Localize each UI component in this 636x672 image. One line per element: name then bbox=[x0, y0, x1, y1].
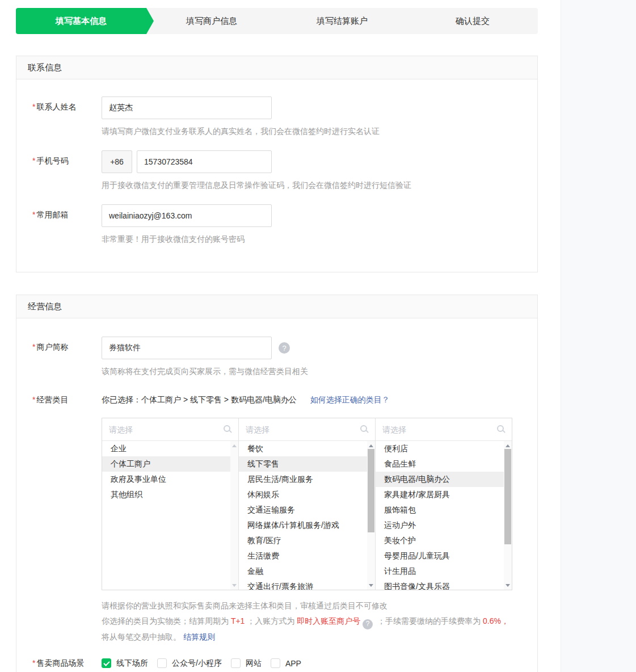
scroll-down-icon[interactable] bbox=[367, 581, 375, 589]
category-option[interactable]: 计生用品 bbox=[376, 564, 504, 579]
step-4[interactable]: 确认提交 bbox=[407, 8, 538, 34]
category-option[interactable]: 家具建材/家居厨具 bbox=[376, 487, 504, 502]
email-hint: 非常重要！用于接收微信支付的账号密码 bbox=[102, 234, 272, 245]
category-search-box bbox=[376, 418, 512, 441]
settlement-rules-link[interactable]: 结算规则 bbox=[183, 632, 215, 641]
question-mark-icon[interactable]: ? bbox=[279, 342, 290, 354]
scrollbar[interactable] bbox=[504, 441, 512, 590]
required-asterisk: * bbox=[32, 156, 35, 165]
category-help-link[interactable]: 如何选择正确的类目？ bbox=[310, 395, 390, 404]
category-option[interactable]: 母婴用品/儿童玩具 bbox=[376, 548, 504, 564]
scroll-up-icon[interactable] bbox=[367, 442, 375, 450]
category-label: *经营类目 bbox=[32, 395, 102, 645]
category-option[interactable]: 网络媒体/计算机服务/游戏 bbox=[239, 518, 367, 533]
scrollbar-thumb[interactable] bbox=[504, 449, 511, 544]
category-option[interactable]: 线下零售 bbox=[239, 456, 367, 472]
required-asterisk: * bbox=[32, 210, 35, 219]
step-3[interactable]: 填写结算账户 bbox=[277, 8, 407, 34]
category-option[interactable]: 交通出行/票务旅游 bbox=[239, 579, 367, 590]
checkbox-icon[interactable] bbox=[157, 658, 167, 668]
fee-rate-value: 0.6%， bbox=[483, 616, 509, 625]
category-option[interactable]: 数码电器/电脑办公 bbox=[376, 472, 504, 487]
section-title-business: 经营信息 bbox=[16, 295, 537, 318]
question-mark-icon[interactable]: ? bbox=[363, 619, 373, 629]
merchant-apply-form: 填写基本信息填写商户信息填写结算账户确认提交 联系信息 *联系人姓名 请填写商户… bbox=[16, 8, 538, 672]
search-icon bbox=[360, 425, 367, 432]
required-asterisk: * bbox=[32, 102, 35, 111]
category-column-2: 餐饮线下零售居民生活/商业服务休闲娱乐交通运输服务网络媒体/计算机服务/游戏教育… bbox=[239, 418, 376, 590]
sale-scene-options: 线下场所公众号/小程序网站APP bbox=[102, 658, 310, 669]
shortname-input[interactable] bbox=[102, 337, 272, 359]
category-option[interactable]: 政府及事业单位 bbox=[102, 472, 230, 487]
category-column-1: 企业个体工商户政府及事业单位其他组织 bbox=[102, 418, 239, 590]
category-option[interactable]: 服饰箱包 bbox=[376, 502, 504, 518]
search-icon bbox=[224, 425, 230, 432]
category-option[interactable]: 金融 bbox=[239, 564, 367, 579]
scrollbar[interactable] bbox=[367, 441, 375, 590]
scroll-down-icon[interactable] bbox=[230, 581, 238, 589]
scene-option[interactable]: APP bbox=[271, 658, 301, 668]
category-option[interactable]: 企业 bbox=[102, 441, 230, 456]
merchant-shortname-row: *商户简称 ? 该简称将在支付完成页向买家展示，需与微信经营类目相关 bbox=[32, 337, 537, 377]
phone-input[interactable] bbox=[137, 150, 272, 173]
scene-option[interactable]: 网站 bbox=[231, 658, 262, 669]
scene-option-label: 网站 bbox=[246, 658, 262, 669]
category-column-3: 便利店食品生鲜数码电器/电脑办公家具建材/家居厨具服饰箱包运动户外美妆个护母婴用… bbox=[376, 418, 512, 590]
page-gutter bbox=[561, 0, 636, 672]
scene-option[interactable]: 线下场所 bbox=[102, 658, 148, 669]
shortname-hint: 该简称将在支付完成页向买家展示，需与微信经营类目相关 bbox=[102, 367, 308, 377]
category-option-list: 便利店食品生鲜数码电器/电脑办公家具建材/家居厨具服饰箱包运动户外美妆个护母婴用… bbox=[376, 441, 512, 590]
phone-country-code[interactable]: +86 bbox=[102, 150, 132, 173]
category-search-input[interactable] bbox=[239, 425, 375, 434]
category-option-list: 企业个体工商户政府及事业单位其他组织 bbox=[102, 441, 238, 590]
category-option[interactable]: 食品生鲜 bbox=[376, 456, 504, 472]
section-title-contact: 联系信息 bbox=[16, 56, 537, 79]
step-2[interactable]: 填写商户信息 bbox=[146, 8, 277, 34]
email-input[interactable] bbox=[102, 204, 272, 227]
category-search-box bbox=[102, 418, 238, 441]
scene-option[interactable]: 公众号/小程序 bbox=[157, 658, 222, 669]
category-option[interactable]: 教育/医疗 bbox=[239, 533, 367, 548]
category-search-box bbox=[239, 418, 375, 441]
category-selected-path: 你已选择：个体工商户 > 线下零售 > 数码电器/电脑办公 如何选择正确的类目？ bbox=[102, 395, 533, 405]
phone-hint: 用于接收微信支付的重要管理信息及日常操作验证码，我们会在微信签约时进行短信验证 bbox=[102, 180, 411, 191]
category-option[interactable]: 个体工商户 bbox=[102, 456, 230, 472]
required-asterisk: * bbox=[32, 658, 35, 667]
category-option[interactable]: 美妆个护 bbox=[376, 533, 504, 548]
category-option[interactable]: 运动户外 bbox=[376, 518, 504, 533]
category-option[interactable]: 生活缴费 bbox=[239, 548, 367, 564]
category-note-1: 请根据你的营业执照和实际售卖商品来选择主体和类目，审核通过后类目不可修改 bbox=[102, 598, 533, 614]
contact-name-label: *联系人姓名 bbox=[32, 96, 102, 137]
scrollbar[interactable] bbox=[230, 441, 238, 590]
scrollbar-thumb[interactable] bbox=[368, 449, 374, 532]
category-cascader: 企业个体工商户政府及事业单位其他组织餐饮线下零售居民生活/商业服务休闲娱乐交通运… bbox=[102, 418, 512, 590]
category-option[interactable]: 交通运输服务 bbox=[239, 502, 367, 518]
scene-option-label: 线下场所 bbox=[116, 658, 148, 669]
scroll-up-icon[interactable] bbox=[230, 442, 238, 450]
category-option-list: 餐饮线下零售居民生活/商业服务休闲娱乐交通运输服务网络媒体/计算机服务/游戏教育… bbox=[239, 441, 375, 590]
shortname-label: *商户简称 bbox=[32, 337, 102, 377]
scroll-down-icon[interactable] bbox=[504, 581, 512, 589]
sale-scene-row: *售卖商品场景 线下场所公众号/小程序网站APP bbox=[32, 658, 537, 669]
email-label: *常用邮箱 bbox=[32, 204, 102, 245]
entry-mode-value[interactable]: 即时入账至商户号 bbox=[297, 616, 360, 625]
scroll-up-icon[interactable] bbox=[504, 442, 512, 450]
email-row: *常用邮箱 非常重要！用于接收微信支付的账号密码 bbox=[32, 204, 537, 245]
category-option[interactable]: 图书音像/文具乐器 bbox=[376, 579, 504, 590]
checkbox-checked-icon[interactable] bbox=[102, 658, 111, 668]
category-option[interactable]: 便利店 bbox=[376, 441, 504, 456]
business-info-card: 经营信息 *商户简称 ? 该简称将在支付完成页向买家展示，需与微信经营类目相关 … bbox=[16, 295, 538, 672]
required-asterisk: * bbox=[32, 342, 35, 351]
search-icon bbox=[497, 425, 504, 432]
category-search-input[interactable] bbox=[102, 425, 238, 434]
category-option[interactable]: 居民生活/商业服务 bbox=[239, 472, 367, 487]
checkbox-icon[interactable] bbox=[231, 658, 241, 668]
category-option[interactable]: 其他组织 bbox=[102, 487, 230, 502]
category-row: *经营类目 你已选择：个体工商户 > 线下零售 > 数码电器/电脑办公 如何选择… bbox=[32, 395, 537, 645]
checkbox-icon[interactable] bbox=[271, 658, 280, 668]
category-search-input[interactable] bbox=[376, 425, 512, 434]
category-option[interactable]: 餐饮 bbox=[239, 441, 367, 456]
category-option[interactable]: 休闲娱乐 bbox=[239, 487, 367, 502]
contact-name-input[interactable] bbox=[102, 96, 272, 119]
sale-scene-label: *售卖商品场景 bbox=[32, 658, 102, 669]
